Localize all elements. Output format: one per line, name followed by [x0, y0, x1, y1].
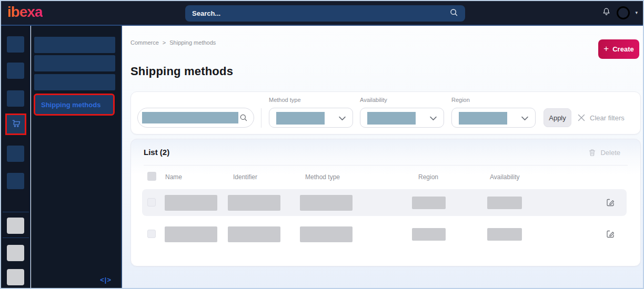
filter-select-availability[interactable] [360, 108, 444, 128]
primary-icon-sidebar [1, 26, 31, 288]
sidebar-collapse-icon[interactable]: <|> [100, 276, 112, 284]
app-window: ibexa Search... ▾ [0, 0, 644, 289]
sidebar-divider [3, 238, 29, 238]
shopping-cart-icon [11, 118, 22, 131]
menu-item-placeholder[interactable] [34, 55, 115, 71]
delete-button-label: Delete [600, 149, 620, 157]
sidebar-icon-placeholder[interactable] [7, 90, 24, 107]
sidebar-bottom-icon-placeholder[interactable] [7, 269, 24, 285]
page-title: Shipping methods [130, 65, 233, 78]
topbar: ibexa Search... ▾ [1, 1, 643, 26]
sidebar-item-commerce[interactable] [5, 113, 26, 135]
column-header-identifier: Identifier [233, 173, 257, 181]
redacted-cell-availability [487, 228, 522, 241]
row-checkbox[interactable] [147, 230, 156, 238]
table-row [142, 221, 627, 247]
redacted-cell-identifier [228, 195, 280, 211]
list-divider [144, 165, 628, 166]
apply-button-label: Apply [549, 114, 566, 122]
breadcrumb: Commerce > Shipping methods [130, 39, 216, 46]
apply-button[interactable]: Apply [544, 108, 571, 127]
sidebar-icon-placeholder[interactable] [7, 173, 24, 189]
app-logo: ibexa [7, 4, 43, 20]
topbar-actions: ▾ [601, 1, 638, 25]
breadcrumb-item-current: Shipping methods [169, 39, 216, 46]
global-search-placeholder: Search... [192, 9, 220, 17]
clear-filters-button[interactable]: Clear filters [578, 108, 625, 127]
redacted-select-value [367, 112, 416, 125]
list-panel: List (2) Delete Name Identifier Method t… [130, 139, 641, 266]
redacted-cell-region [412, 228, 446, 241]
list-title: List (2) [144, 148, 169, 157]
breadcrumb-item-commerce[interactable]: Commerce [130, 39, 159, 46]
column-header-region: Region [418, 173, 438, 181]
select-all-checkbox[interactable] [147, 172, 156, 181]
chevron-down-icon [339, 116, 346, 121]
redacted-cell-method-type [300, 226, 353, 242]
delete-button[interactable]: Delete [588, 149, 620, 157]
filter-label-region: Region [451, 97, 470, 103]
trash-icon [588, 149, 596, 157]
redacted-cell-availability [487, 197, 522, 209]
plus-icon: + [603, 44, 609, 53]
filter-select-method-type[interactable] [269, 108, 353, 128]
chevron-down-icon [430, 116, 437, 121]
redacted-search-value [142, 112, 238, 123]
sidebar-bottom-icon-placeholder[interactable] [7, 218, 24, 234]
redacted-select-value [459, 112, 507, 125]
chevron-down-icon [521, 116, 528, 121]
search-icon [449, 8, 458, 19]
secondary-menu-sidebar: Shipping methods <|> [31, 26, 122, 288]
filter-label-method-type: Method type [269, 97, 301, 103]
redacted-cell-method-type [300, 195, 353, 211]
create-button[interactable]: + Create [598, 39, 639, 59]
close-icon [578, 114, 585, 121]
menu-item-label: Shipping methods [41, 101, 100, 109]
menu-item-placeholder[interactable] [34, 74, 115, 90]
global-search-input[interactable]: Search... [185, 5, 465, 22]
filter-divider [261, 108, 261, 128]
breadcrumb-separator: > [163, 39, 166, 46]
clear-filters-label: Clear filters [590, 114, 625, 122]
redacted-cell-identifier [228, 226, 280, 242]
create-button-label: Create [612, 45, 633, 53]
redacted-cell-name [165, 195, 217, 211]
menu-item-shipping-methods[interactable]: Shipping methods [34, 94, 115, 116]
redacted-cell-region [412, 197, 446, 209]
redacted-select-value [276, 112, 325, 125]
sidebar-icon-placeholder[interactable] [7, 63, 24, 79]
menu-item-placeholder[interactable] [34, 37, 115, 53]
sidebar-icon-placeholder[interactable] [7, 36, 24, 53]
main-content: Commerce > Shipping methods + Create Shi… [122, 26, 643, 288]
sidebar-icon-placeholder[interactable] [7, 146, 24, 162]
bell-icon[interactable] [601, 7, 611, 19]
caret-down-icon[interactable]: ▾ [635, 11, 638, 15]
column-header-availability: Availability [490, 173, 519, 181]
filter-select-region[interactable] [451, 108, 536, 128]
row-checkbox[interactable] [147, 198, 156, 207]
filters-panel: Method type Availability Region [130, 91, 641, 135]
column-header-method-type: Method type [305, 173, 340, 181]
table-row [142, 189, 627, 216]
edit-row-icon[interactable] [606, 198, 615, 209]
column-header-name: Name [165, 173, 182, 181]
filter-search-input[interactable] [137, 108, 254, 128]
user-avatar[interactable] [617, 6, 630, 19]
sidebar-divider [3, 212, 29, 212]
sidebar-bottom-icon-placeholder[interactable] [7, 245, 24, 261]
redacted-cell-name [165, 226, 217, 242]
edit-row-icon[interactable] [606, 229, 615, 241]
filter-label-availability: Availability [360, 97, 387, 103]
search-icon [239, 113, 248, 122]
